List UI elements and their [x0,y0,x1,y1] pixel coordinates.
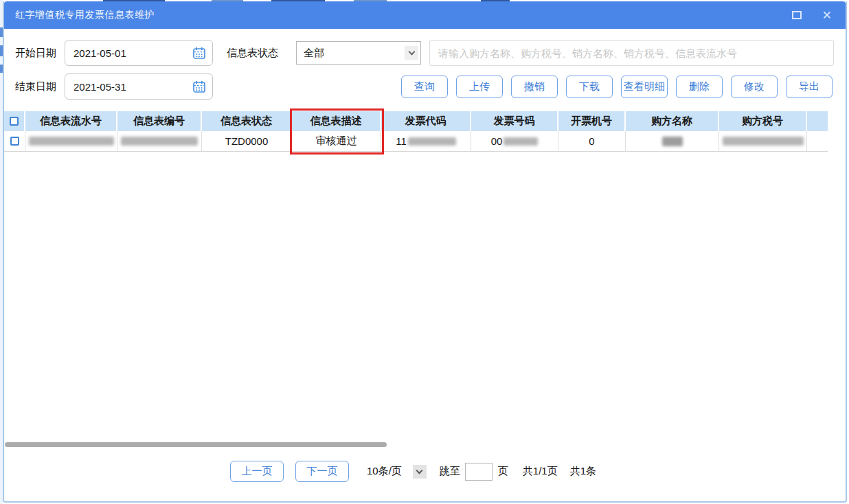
revoke-button[interactable]: 撤销 [511,76,558,98]
end-date-field[interactable] [65,73,213,100]
search-input[interactable] [429,40,834,66]
prev-page-button[interactable]: 上一页 [230,461,284,482]
column-header-filler [807,111,828,131]
horizontal-scrollbar-thumb[interactable] [5,442,387,447]
modify-button[interactable]: 修改 [731,76,778,98]
cell-invoice-code: 11 [381,131,471,152]
download-button[interactable]: 下载 [566,76,613,98]
export-button[interactable]: 导出 [786,76,833,98]
start-date-label: 开始日期 [15,47,65,60]
status-select-value: 全部 [304,47,324,60]
view-detail-button[interactable]: 查看明细 [621,76,668,98]
calendar-icon[interactable] [192,46,206,60]
pagination-bar: 上一页 下一页 10条/页 跳至 页 共1/1页 共1条 [230,461,596,482]
column-header-machine-no: 开票机号 [558,111,626,131]
row-select-cell [4,131,25,152]
dialog-red-invoice-info-maintenance: 红字增值税专用发票信息表维护 ✕ 开始日期 [3,1,847,503]
cell-description: 审核通过 [292,131,381,152]
cell-serial [25,131,117,152]
jump-page-input[interactable] [465,463,493,481]
delete-button[interactable]: 删除 [676,76,723,98]
maximize-icon[interactable] [792,11,802,19]
status-label: 信息表状态 [227,47,278,60]
dialog-titlebar: 红字增值税专用发票信息表维护 ✕ [4,1,846,29]
info-table: 信息表流水号 信息表编号 信息表状态 信息表描述 发票代码 发票号码 开票机号 … [4,111,846,152]
page-size-value: 10条/页 [367,465,402,478]
table-row[interactable]: TZD0000 审核通过 11 00 0 [4,131,846,152]
select-all-cell [4,111,25,131]
cell-buyer-tax-no [719,131,807,152]
end-date-input[interactable] [73,81,192,93]
dialog-title: 红字增值税专用发票信息表维护 [15,9,155,21]
start-date-input[interactable] [73,47,192,59]
status-select[interactable]: 全部 [296,41,421,65]
column-header-description: 信息表描述 [292,111,381,131]
start-date-field[interactable] [65,40,213,66]
query-button[interactable]: 查询 [401,76,448,98]
column-header-buyer-name: 购方名称 [626,111,719,131]
table-header-row: 信息表流水号 信息表编号 信息表状态 信息表描述 发票代码 发票号码 开票机号 … [4,111,846,131]
select-all-checkbox[interactable] [10,117,19,126]
column-header-status: 信息表状态 [202,111,292,131]
cell-status: TZD0000 [202,131,292,152]
end-date-label: 结束日期 [15,80,65,93]
calendar-icon[interactable] [192,80,206,93]
jump-page-suffix: 页 [498,465,508,478]
total-count-text: 共1条 [570,465,596,478]
jump-to-label: 跳至 [440,465,460,478]
column-header-form-no: 信息表编号 [117,111,202,131]
column-header-invoice-no: 发票号码 [471,111,558,131]
column-header-serial: 信息表流水号 [25,111,117,131]
chevron-down-icon[interactable] [405,46,418,60]
close-icon[interactable]: ✕ [822,10,832,21]
row-checkbox[interactable] [10,137,19,146]
cell-buyer-name [626,131,719,152]
desktop-background: 红字增值税专用发票信息表维护 ✕ 开始日期 [0,0,849,504]
next-page-button[interactable]: 下一页 [295,461,349,482]
page-size-chevron-down-icon[interactable] [413,465,427,479]
cell-machine-no: 0 [558,131,626,152]
page-count-text: 共1/1页 [523,465,558,478]
column-header-invoice-code: 发票代码 [381,111,471,131]
toolbar: 查询 上传 撤销 下载 查看明细 删除 修改 导出 [401,76,833,98]
horizontal-scrollbar [4,442,846,448]
cell-invoice-no: 00 [471,131,558,152]
column-header-buyer-tax-no: 购方税号 [719,111,807,131]
cell-form-no [117,131,202,152]
cell-filler [807,131,828,152]
upload-button[interactable]: 上传 [456,76,503,98]
filter-panel: 开始日期 信息表状态 [4,29,846,100]
